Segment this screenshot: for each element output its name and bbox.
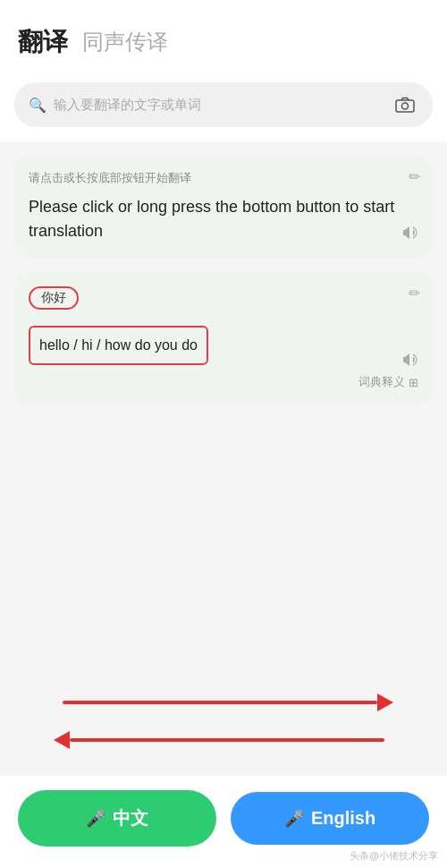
card1-speaker-icon[interactable] (402, 225, 420, 245)
watermark: 头条@小佬技术分享 (350, 849, 438, 863)
dictionary-label: 词典释义 (358, 374, 405, 390)
english-button[interactable]: 🎤 English (231, 792, 429, 845)
svg-rect-0 (396, 100, 414, 112)
search-placeholder: 输入要翻译的文字或单词 (54, 97, 384, 114)
svg-point-1 (402, 103, 409, 109)
camera-icon[interactable] (392, 91, 418, 118)
card2-dictionary[interactable]: 词典释义 ⊞ (29, 374, 418, 390)
card2-source-text: 你好 (29, 286, 79, 310)
title-sub: 同声传译 (82, 28, 168, 56)
title-main: 翻译 (18, 25, 68, 59)
card2-edit-icon[interactable]: ✏ (409, 285, 420, 302)
mic-icon-english: 🎤 (284, 809, 304, 829)
translation-card-2: 你好 hello / hi / how do you do ✏ 词典释义 ⊞ (14, 272, 433, 404)
arrow-left-line (70, 738, 384, 742)
search-bar-container: 🔍 输入要翻译的文字或单词 (0, 73, 447, 141)
arrow-left-head (54, 731, 70, 749)
card1-edit-icon[interactable]: ✏ (409, 168, 420, 185)
translation-card-1: 请点击或长按底部按钮开始翻译 Please click or long pres… (14, 156, 433, 258)
card2-translated-text: hello / hi / how do you do (29, 326, 208, 365)
arrow-left (54, 731, 384, 749)
chinese-button[interactable]: 🎤 中文 (18, 790, 216, 847)
app-container: 翻译 同声传译 🔍 输入要翻译的文字或单词 请点击或长按底部按钮开始翻译 Ple… (0, 0, 447, 868)
chinese-button-label: 中文 (113, 806, 148, 830)
arrow-right (63, 694, 393, 711)
arrow-right-line (63, 701, 377, 704)
search-bar[interactable]: 🔍 输入要翻译的文字或单词 (14, 82, 433, 127)
card2-speaker-icon[interactable] (402, 352, 420, 372)
arrow-right-head (377, 694, 393, 711)
card1-source-text: 请点击或长按底部按钮开始翻译 (29, 170, 418, 186)
card1-translated-text: Please click or long press the bottom bu… (29, 195, 418, 243)
english-button-label: English (311, 808, 375, 829)
mic-icon-chinese: 🎤 (86, 809, 105, 829)
arrows-area (0, 660, 447, 776)
header: 翻译 同声传译 (0, 0, 447, 73)
dictionary-icon: ⊞ (409, 376, 418, 389)
search-icon: 🔍 (29, 97, 46, 114)
cards-area: 请点击或长按底部按钮开始翻译 Please click or long pres… (0, 141, 447, 660)
